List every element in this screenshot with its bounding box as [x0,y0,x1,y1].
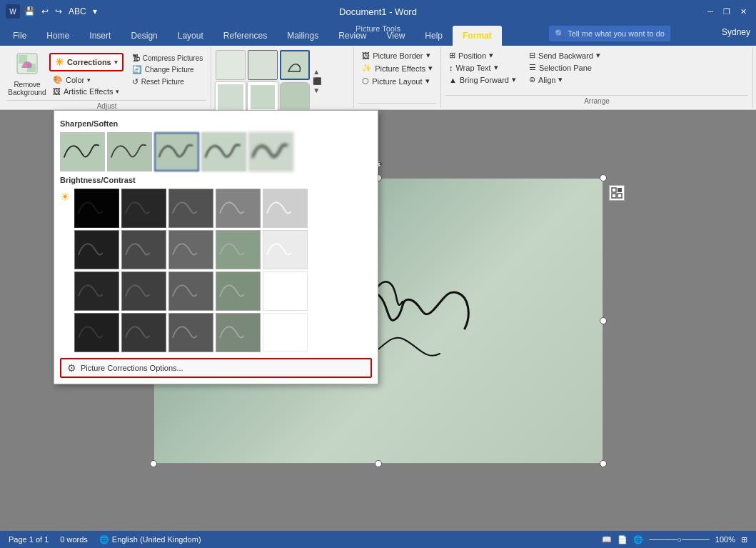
bc-thumb-4[interactable] [216,189,261,228]
layout-options-icon[interactable] [609,185,625,201]
view-print-btn[interactable]: 📄 [618,535,628,544]
bc-thumb-8[interactable] [168,230,213,269]
scroll-more[interactable]: ⬛ [313,77,321,86]
tab-help[interactable]: Help [415,26,453,46]
change-picture-button[interactable]: 🔄 Change Picture [128,64,206,75]
tab-home[interactable]: Home [36,26,79,46]
tab-review[interactable]: Review [328,26,376,46]
bc-thumb-9[interactable] [216,230,261,269]
align-button[interactable]: ⊜ Align ▾ [525,74,604,85]
svg-rect-28 [169,272,213,310]
bc-thumb-7[interactable] [121,230,166,269]
search-icon: 🔍 [555,29,565,39]
style-thumb-1[interactable] [216,50,246,80]
position-icon: ⊞ [449,51,455,60]
bc-thumb-10[interactable] [263,230,308,269]
compress-button[interactable]: 🗜 Compress Pictures [128,53,206,63]
tab-insert[interactable]: Insert [79,26,121,46]
align-label: Align [538,76,555,84]
handle-middle-right[interactable] [600,317,607,324]
handle-bottom-center[interactable] [375,460,382,467]
user-name: Sydney [722,27,750,37]
zoom-slider[interactable]: ─────○───── [649,535,710,544]
bc-thumb-2[interactable] [121,189,166,228]
bc-thumb-16[interactable] [74,313,119,352]
bc-thumb-17[interactable] [121,313,166,352]
minimize-btn[interactable]: ─ [704,6,717,17]
qat-more[interactable]: ▾ [93,6,97,16]
effects-label: Picture Effects [375,64,425,73]
style-thumb-5[interactable] [248,82,278,112]
bc-thumb-12[interactable] [121,271,166,311]
svg-rect-13 [156,134,197,170]
tab-view[interactable]: View [377,26,415,46]
style-thumb-4[interactable] [216,82,246,112]
svg-rect-30 [263,272,307,310]
picture-layout-button[interactable]: ⬡ Picture Layout ▾ [358,76,433,86]
wrap-text-button[interactable]: ↕ Wrap Text ▾ [445,62,520,73]
style-thumb-6[interactable] [280,82,310,112]
color-button[interactable]: 🎨 Color ▾ [49,74,124,85]
remove-background-button[interactable]: RemoveBackground [7,50,47,99]
position-button[interactable]: ⊞ Position ▾ [445,50,520,61]
bc-thumb-14[interactable] [216,271,261,311]
handle-top-right[interactable] [600,174,607,181]
sharpen-thumb-5[interactable] [248,132,293,171]
svg-rect-12 [108,133,151,171]
tab-file[interactable]: File [3,26,36,46]
picture-corrections-options-button[interactable]: ⚙ Picture Corrections Options... [60,358,372,378]
close-btn[interactable]: ✕ [737,6,750,18]
selection-pane-button[interactable]: ☰ Selection Pane [525,62,604,73]
remove-background-label: RemoveBackground [8,81,46,96]
sharpen-thumb-4[interactable] [201,132,246,171]
zoom-fit-btn[interactable]: ⊞ [741,535,747,544]
bc-thumb-13[interactable] [168,271,213,311]
qat-redo[interactable]: ↪ [55,6,62,16]
sharpen-thumb-1[interactable] [60,132,105,171]
restore-btn[interactable]: ❐ [720,6,734,18]
sharpen-thumb-2[interactable] [107,132,152,171]
search-placeholder: Tell me what you want to do [568,29,665,38]
svg-rect-17 [122,189,166,227]
view-web-btn[interactable]: 🌐 [633,535,643,544]
qat-spell[interactable]: ABC [69,6,86,16]
bc-thumb-5[interactable] [263,189,308,228]
bc-thumb-18[interactable] [168,313,213,352]
qat-undo[interactable]: ↩ [41,6,49,16]
bc-thumb-1[interactable] [74,189,119,228]
tab-mailings[interactable]: Mailings [277,26,328,46]
bring-forward-button[interactable]: ▲ Bring Forward ▾ [445,74,520,85]
style-thumb-2[interactable] [248,50,278,80]
tab-layout[interactable]: Layout [168,26,213,46]
scroll-down[interactable]: ▼ [313,86,321,95]
handle-bottom-left[interactable] [150,460,157,467]
sharpen-soften-title: Sharpen/Soften [60,119,372,128]
bc-thumb-3[interactable] [168,189,213,228]
bc-thumb-15[interactable] [263,271,308,311]
picture-border-button[interactable]: 🖼 Picture Border ▾ [358,50,433,61]
search-box[interactable]: 🔍 Tell me what you want to do [549,26,670,41]
position-label: Position [458,51,486,60]
style-thumb-3[interactable] [280,50,310,80]
handle-bottom-right[interactable] [600,460,607,467]
artistic-effects-button[interactable]: 🖼 Artistic Effects ▾ [49,86,124,96]
bc-thumb-11[interactable] [74,271,119,311]
options-icon: ⚙ [67,362,76,374]
bc-thumb-19[interactable] [216,313,261,352]
bc-thumb-6[interactable] [74,230,119,269]
artistic-label: Artistic Effects [64,87,113,96]
picture-effects-button[interactable]: ✨ Picture Effects ▾ [358,63,436,74]
view-read-btn[interactable]: 📖 [602,535,612,544]
sharpen-thumb-3[interactable] [154,132,199,171]
qat-save[interactable]: 💾 [24,6,35,16]
svg-rect-14 [202,133,246,171]
scroll-up[interactable]: ▲ [313,68,321,76]
tab-format[interactable]: Format [453,26,502,46]
bc-thumb-20[interactable] [263,313,308,352]
tab-design[interactable]: Design [121,26,167,46]
reset-button[interactable]: ↺ Reset Picture [128,76,206,87]
corrections-button[interactable]: ☀ Corrections ▾ [49,53,124,71]
effects-label [358,103,436,105]
tab-references[interactable]: References [213,26,277,46]
send-backward-button[interactable]: ⊟ Send Backward ▾ [525,50,604,61]
